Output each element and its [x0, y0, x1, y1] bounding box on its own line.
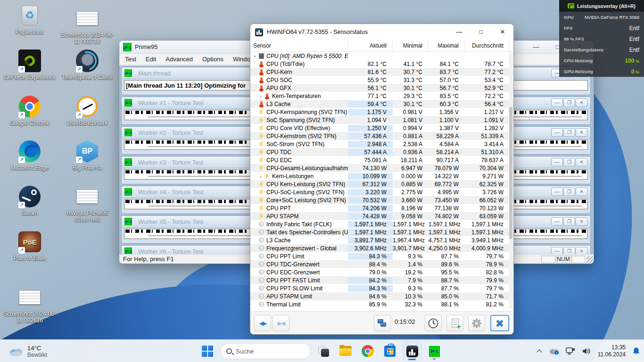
desktop-icon-google-chrome[interactable]: ↗Google Chrome — [2, 95, 58, 126]
settings-gear-icon[interactable] — [468, 315, 485, 331]
sensor-row[interactable]: APU STAPM Limit84.6 %10.3 %85.0 %71.7 % — [250, 292, 513, 300]
sensor-row[interactable]: ›Kern-Leistungen10.099 W0.000 W14.322 W9… — [250, 172, 513, 180]
prime95-taskbar-button[interactable]: 2ᵖ-1 — [425, 342, 444, 361]
sensor-row[interactable]: ›CPU [#0]: AMD Ryzen 5 5500: Enhanced — [250, 52, 513, 60]
menu-item-options[interactable]: Options — [198, 56, 228, 63]
sensor-row[interactable]: CPU-Kern81.6 °C30.7 °C83.7 °C77.2 °C — [250, 68, 513, 76]
sensor-row[interactable]: CPU PPT Limit84.3 %9.3 %87.7 %79.7 % — [250, 252, 513, 260]
hwinfo-taskbar-button[interactable] — [403, 342, 421, 361]
sensor-row[interactable]: Thermal Limit85.9 %32.3 %88.1 %81.2 % — [250, 300, 513, 308]
weather-widget[interactable]: 14°C Bewölkt — [6, 343, 50, 360]
onedrive-cloud-icon[interactable]: i — [549, 347, 559, 355]
search-input[interactable]: Suche — [220, 343, 311, 359]
sensor-row[interactable]: Core+SoC Leistung (SVI2 TFN)70.532 W3.66… — [250, 196, 513, 204]
sensor-table-header[interactable]: SensorAktuellMinimalMaximalDurchschnitt — [250, 40, 513, 52]
sensor-row[interactable]: CPU SOC55.9 °C31.3 °C57.0 °C53.4 °C — [250, 76, 513, 84]
minimize-icon[interactable]: — — [551, 217, 563, 226]
sensor-row[interactable]: APU STAPM74.428 W9.058 W74.802 W63.059 W — [250, 212, 513, 220]
sensor-row[interactable]: CPU EDC75.081 A18.211 A90.717 A78.637 A — [250, 156, 513, 164]
desktop-icon-papierkorb[interactable]: ♻Papierkorb — [2, 4, 58, 35]
close-icon[interactable]: ✕ — [576, 128, 587, 137]
sensor-row[interactable]: L3 Cache59.4 °C30.1 °C60.3 °C56.4 °C — [250, 100, 513, 108]
speaker-icon[interactable] — [582, 347, 591, 355]
sensor-row[interactable]: APU GFX56.1 °C30.1 °C56.7 °C52.9 °C — [250, 84, 513, 92]
sensor-row[interactable]: CPU PPT SLOW Limit84.3 %9.3 %87.7 %79.7 … — [250, 284, 513, 292]
desktop-icon-screenshot-2024-06-11-002716[interactable]: Screenshot 2024-06-11 002716 — [59, 7, 115, 45]
sensor-row[interactable]: ›Kern-Temperaturen77.1 °C29.3 °C83.5 °C7… — [250, 92, 513, 100]
close-icon[interactable]: ✕ — [576, 99, 587, 107]
sensor-row[interactable]: Takt des Speicher-Controllers (U...1,597… — [250, 228, 513, 236]
sensor-row[interactable]: Infinity Fabric Takt (FCLK)1,597.1 MHz1,… — [250, 220, 513, 228]
menu-item-test[interactable]: Test — [120, 56, 141, 63]
sensor-row[interactable]: CPU Kern-Leistung (SVI2 TFN)67.312 W0.88… — [250, 180, 513, 188]
file-explorer-button[interactable] — [336, 342, 355, 361]
chevron-right-icon[interactable]: › — [258, 173, 264, 179]
notification-bell-icon[interactable] — [632, 347, 640, 355]
desktop-icon-userbenchmark[interactable]: ↗UserBenchmark — [59, 95, 115, 126]
restore-icon[interactable]: ❐ — [563, 99, 575, 107]
close-icon[interactable]: ✕ — [576, 217, 587, 226]
clock-icon[interactable] — [425, 315, 442, 331]
desktop-icon-geforce-experience[interactable]: ↗GeForce Experience — [2, 49, 58, 81]
restore-icon[interactable]: ❐ — [563, 217, 575, 226]
sensor-row[interactable]: CPU-Kernspannung (SVI2 TFN)1.175 V0.981 … — [250, 108, 513, 116]
desktop-icon-big-pharma[interactable]: BP↗Big Pharma — [59, 140, 115, 171]
sensor-row[interactable]: CPU-Gesamt-Leistungsaufnahme74.130 W6.94… — [250, 164, 513, 172]
minimize-icon[interactable]: — — [448, 24, 470, 40]
chevron-down-icon[interactable]: › — [252, 53, 258, 59]
resize-grip[interactable] — [586, 256, 593, 263]
desktop-icon-hwinfo-prime95-15min-test[interactable]: HWInfo Prime95 15Min test — [59, 185, 115, 223]
minimize-icon[interactable]: — — [551, 158, 563, 166]
restore-icon[interactable]: ❐ — [563, 128, 575, 137]
column-header-sensor[interactable]: Sensor — [250, 40, 348, 51]
column-header-minimal[interactable]: Minimal — [393, 40, 429, 51]
sensor-row[interactable]: L3 Cache3,891.7 MHz1,967.4 MHz4,757.1 MH… — [250, 236, 513, 244]
sensor-row[interactable]: SoC-Strom (SVI2 TFN)2.948 A2.538 A4.584 … — [250, 140, 513, 148]
task-view-button[interactable] — [314, 342, 333, 361]
desktop-icon-teamspeak-3-client[interactable]: ↗TeamSpeak 3 Client — [59, 49, 115, 81]
sensor-row[interactable]: CPU-Kernstrom (SVI2 TFN)57.436 A0.881 A5… — [250, 132, 513, 140]
restore-icon[interactable]: ❐ — [563, 188, 575, 196]
minimize-icon[interactable]: — — [551, 128, 563, 137]
sensor-row[interactable]: CPU-SoC-Leistung (SVI2 TFN)3.220 W2.775 … — [250, 188, 513, 196]
minimize-icon[interactable]: — — [551, 188, 563, 196]
sensor-row[interactable]: CPU EDC-Grenzwert79.0 %19.2 %95.5 %82.8 … — [250, 268, 513, 276]
menu-item-advanced[interactable]: Advanced — [161, 56, 198, 63]
report-icon[interactable] — [446, 315, 463, 331]
tray-clock[interactable]: 13:35 11.06.2024 — [598, 344, 626, 358]
desktop-icon-path-of-exile[interactable]: PoE↗Path of Exile — [2, 230, 58, 262]
collapse-columns-icon[interactable]: ▶◀ — [272, 315, 289, 331]
minimize-icon[interactable]: — — [551, 99, 563, 107]
sensor-row[interactable]: CPU TDC-Grenzwert88.4 %1.4 %89.6 %78.9 % — [250, 260, 513, 268]
chrome-button[interactable] — [358, 342, 377, 361]
restore-icon[interactable]: ❐ — [563, 158, 575, 166]
start-button[interactable] — [198, 342, 217, 361]
vertical-scrollbar[interactable] — [509, 52, 513, 308]
hwinfo-titlebar[interactable]: HWiNFO64 v7.72-5355 - Sensorstatus — □ ✕ — [250, 24, 513, 40]
desktop-icon-screenshot-2024-06-11-002616[interactable]: Screenshot 2024-06-11 002616 — [2, 286, 58, 324]
close-icon[interactable]: ✕ — [492, 24, 513, 40]
sensor-row[interactable]: CPU PPT FAST Limit84.2 %7.9 %88.7 %79.9 … — [250, 276, 513, 284]
column-header-maximal[interactable]: Maximal — [429, 40, 465, 51]
column-header-durchschnitt[interactable]: Durchschnitt — [465, 40, 510, 51]
expand-columns-icon[interactable]: ◀▶ — [254, 315, 271, 331]
sensor-row[interactable]: SoC Spannung (SVI2 TFN)1.094 V1.081 V1.1… — [250, 116, 513, 124]
sensor-row[interactable]: CPU PPT74.206 W8.196 W77.138 W70.123 W — [250, 204, 513, 212]
hidden-icons-chevron[interactable] — [537, 349, 542, 354]
microsoft-store-button[interactable] — [380, 342, 399, 361]
sensor-row[interactable]: CPU (Tctl/Tdie)82.1 °C41.1 °C84.1 °C78.7… — [250, 60, 513, 68]
remote-monitoring-icon[interactable] — [374, 315, 391, 331]
close-icon[interactable]: ✕ — [576, 188, 587, 196]
sensor-row[interactable]: CPU Core VID (Effective)1.250 V0.994 V1.… — [250, 124, 513, 132]
desktop-icon-steam[interactable]: ↗Steam — [2, 185, 58, 216]
desktop-icon-microsoft-edge[interactable]: ↗Microsoft Edge — [2, 140, 58, 171]
column-header-aktuell[interactable]: Aktuell — [348, 40, 393, 51]
scrollbar-thumb[interactable] — [509, 107, 512, 239]
maximize-icon[interactable]: □ — [470, 24, 492, 40]
minimize-icon[interactable]: — — [526, 42, 546, 52]
menu-item-edit[interactable]: Edit — [141, 56, 161, 63]
sensor-row[interactable]: CPU TDC57.444 A0.936 A58.214 A51.310 A — [250, 148, 513, 156]
close-icon[interactable]: ✕ — [576, 158, 587, 166]
close-sensors-icon[interactable] — [490, 315, 509, 331]
chevron-right-icon[interactable]: › — [258, 93, 264, 99]
